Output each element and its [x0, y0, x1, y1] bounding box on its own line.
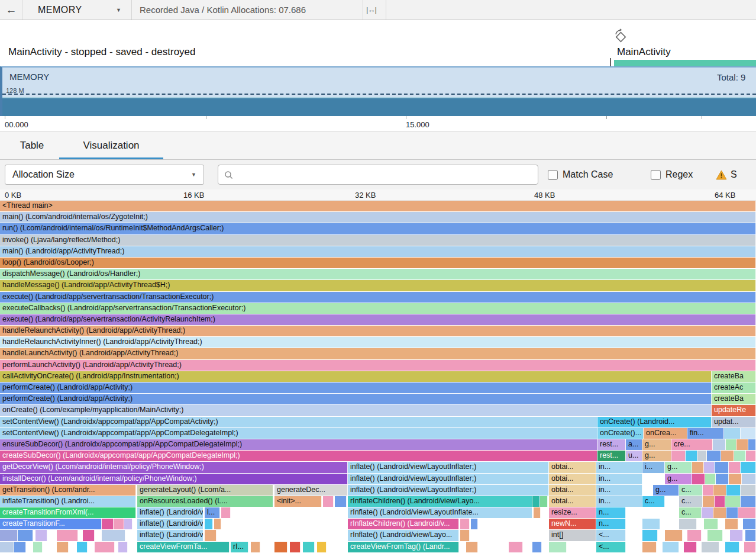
- flame-segment[interactable]: a...: [626, 439, 642, 450]
- flame-segment-small[interactable]: [713, 507, 726, 518]
- flame-segment[interactable]: performLaunchActivity() (Landroid/app/Ac…: [0, 360, 756, 371]
- flame-segment-small[interactable]: [317, 542, 327, 552]
- flame-segment-small[interactable]: [642, 519, 660, 529]
- flame-segment[interactable]: in...: [596, 462, 642, 472]
- flame-segment[interactable]: createTransitionFromXml(...: [0, 507, 136, 518]
- flame-segment[interactable]: createAc: [712, 382, 756, 393]
- session-dropdown[interactable]: MEMORY: [38, 0, 82, 20]
- flame-segment[interactable]: obtai...: [549, 485, 596, 496]
- flame-segment-small[interactable]: [549, 542, 567, 552]
- regex-checkbox[interactable]: Regex: [651, 165, 693, 185]
- flame-segment[interactable]: <Thread main>: [0, 201, 756, 211]
- flame-segment[interactable]: updat...: [712, 417, 756, 427]
- flame-segment[interactable]: <...: [596, 530, 626, 541]
- flame-segment[interactable]: rInflate() (Landroid/view/LayoutInflate.…: [348, 507, 532, 518]
- flame-segment[interactable]: i...: [642, 462, 665, 472]
- flame-segment[interactable]: execute() (Landroid/app/servertransactio…: [0, 314, 756, 325]
- flame-segment[interactable]: in...: [596, 496, 642, 507]
- flame-segment-small[interactable]: [716, 474, 729, 484]
- flame-segment-small[interactable]: [274, 542, 287, 552]
- flame-segment-small[interactable]: [726, 507, 738, 518]
- flame-segment[interactable]: resize...: [549, 507, 596, 518]
- flame-segment[interactable]: executeCallbacks() (Landroid/app/servert…: [0, 303, 756, 314]
- flame-segment-small[interactable]: [745, 530, 756, 541]
- flame-segment-small[interactable]: [102, 530, 125, 541]
- flame-segment[interactable]: fin...: [687, 428, 724, 439]
- flame-segment[interactable]: updateRe: [712, 405, 756, 416]
- flame-segment-small[interactable]: [205, 530, 217, 541]
- flame-segment[interactable]: g...: [665, 474, 692, 484]
- flame-segment-small[interactable]: [221, 507, 231, 518]
- back-button[interactable]: ←: [0, 0, 23, 20]
- flame-segment[interactable]: in...: [596, 474, 642, 484]
- flame-segment[interactable]: inflate() (Landroid/view/...: [137, 519, 203, 529]
- flame-segment-small[interactable]: [0, 530, 18, 541]
- flame-segment-small[interactable]: [692, 474, 705, 484]
- flame-segment-small[interactable]: [679, 519, 697, 529]
- flame-segment-small[interactable]: [642, 542, 657, 552]
- flame-segment-small[interactable]: [703, 485, 713, 496]
- flame-segment-small[interactable]: [57, 542, 69, 552]
- flame-segment[interactable]: newN...: [549, 519, 596, 529]
- flame-segment[interactable]: <...: [596, 542, 626, 552]
- flame-segment[interactable]: n...: [596, 519, 626, 529]
- flame-segment[interactable]: callActivityOnCreate() (Landroid/app/Ins…: [0, 371, 712, 382]
- flame-segment-small[interactable]: [665, 530, 683, 541]
- flame-segment[interactable]: createSubDecor() (Landroidx/appcompat/ap…: [0, 451, 597, 461]
- flame-segment-small[interactable]: [707, 530, 723, 541]
- flame-segment[interactable]: execute() (Landroid/app/servertransactio…: [0, 292, 756, 303]
- flame-segment-small[interactable]: [466, 542, 478, 552]
- flame-segment-small[interactable]: [95, 542, 115, 552]
- flame-segment[interactable]: dispatchMessage() (Landroid/os/Handler;): [0, 269, 756, 279]
- flame-segment-small[interactable]: [35, 530, 47, 541]
- flame-segment-small[interactable]: [702, 507, 713, 518]
- flame-segment-small[interactable]: [726, 439, 736, 450]
- flame-segment[interactable]: n...: [596, 507, 626, 518]
- flame-segment-small[interactable]: [724, 428, 741, 439]
- flame-segment-small[interactable]: [713, 485, 726, 496]
- flame-segment-small[interactable]: [741, 428, 756, 439]
- flame-segment[interactable]: obtai...: [549, 474, 596, 484]
- flame-segment-small[interactable]: [705, 474, 716, 484]
- flame-segment[interactable]: rInflateChildren() (Landroid/view/Layo..…: [348, 496, 532, 507]
- flame-segment-small[interactable]: [726, 485, 741, 496]
- flame-segment-small[interactable]: [687, 530, 702, 541]
- flame-segment-small[interactable]: [715, 496, 725, 507]
- flame-segment[interactable]: ensureSubDecor() (Landroidx/appcompat/ap…: [0, 439, 597, 450]
- flame-segment[interactable]: u...: [626, 451, 642, 461]
- flame-segment[interactable]: createBa: [712, 371, 756, 382]
- arrange-by-dropdown[interactable]: Allocation Size ▼: [5, 165, 204, 185]
- flame-segment-small[interactable]: [303, 542, 315, 552]
- flame-segment[interactable]: in...: [596, 485, 642, 496]
- flame-segment-small[interactable]: [741, 485, 756, 496]
- flame-segment-small[interactable]: [118, 542, 128, 552]
- flame-segment-small[interactable]: [124, 519, 133, 529]
- flame-segment[interactable]: g...: [665, 462, 692, 472]
- flame-segment-small[interactable]: [741, 496, 756, 507]
- flame-segment-small[interactable]: [704, 519, 718, 529]
- flame-segment-small[interactable]: [534, 507, 541, 518]
- zoom-to-fit-icon[interactable]: |↔|: [366, 0, 376, 20]
- flame-segment[interactable]: rest...: [597, 451, 626, 461]
- flame-segment[interactable]: c...: [679, 496, 703, 507]
- flame-segment-small[interactable]: [460, 519, 470, 529]
- flame-segment[interactable]: handleMessage() (Landroid/app/ActivityTh…: [0, 280, 756, 291]
- flame-segment[interactable]: main() (Lcom/android/internal/os/ZygoteI…: [0, 212, 756, 223]
- flame-segment-small[interactable]: [692, 462, 704, 472]
- flame-segment-small[interactable]: [290, 542, 301, 552]
- flame-segment-small[interactable]: [323, 496, 334, 507]
- flame-segment[interactable]: inflate() (Landroid/view/LayoutInflater;…: [348, 485, 549, 496]
- flame-segment[interactable]: createBa: [712, 394, 756, 404]
- flame-segment[interactable]: inflate() (Landroid/view/LayoutInflater;…: [348, 474, 549, 484]
- flame-segment[interactable]: createTransitionF...: [0, 519, 102, 529]
- flame-segment[interactable]: getTransition() (Lcom/andr...: [0, 485, 136, 496]
- flame-segment[interactable]: getDecorView() (Lcom/android/internal/po…: [0, 462, 348, 472]
- flame-segment[interactable]: handleRelaunchActivityInner() (Landroid/…: [0, 337, 756, 348]
- flame-segment[interactable]: g...: [642, 451, 671, 461]
- flame-segment[interactable]: cre...: [671, 439, 713, 450]
- flame-segment[interactable]: rest...: [597, 439, 626, 450]
- flame-segment-small[interactable]: [697, 451, 707, 461]
- flame-segment-small[interactable]: [734, 451, 746, 461]
- flame-segment-small[interactable]: [725, 519, 738, 529]
- flame-segment-small[interactable]: [33, 542, 43, 552]
